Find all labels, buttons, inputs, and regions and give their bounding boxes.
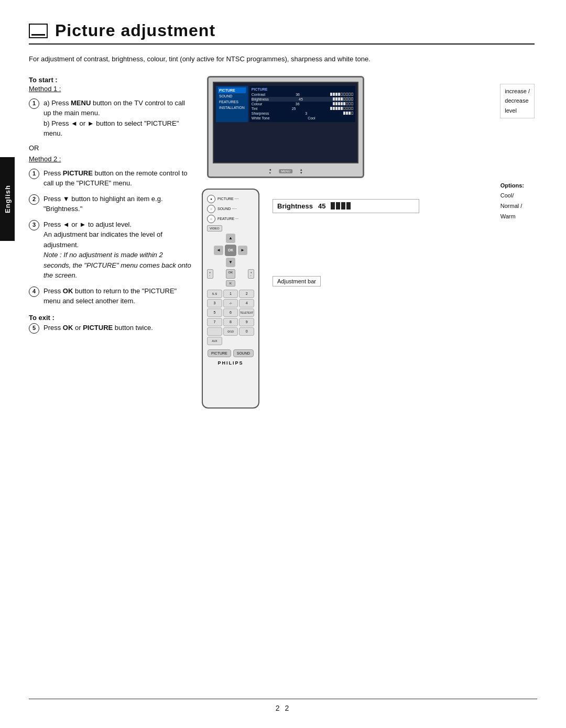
key-0[interactable]: 0: [239, 327, 254, 336]
menu-item-sound: SOUND: [218, 93, 246, 99]
side-tab-label: English: [4, 185, 12, 213]
setting-row-colour: Colour 36: [252, 102, 353, 106]
remote-video-area: VIDEO: [207, 225, 254, 231]
dpad-left[interactable]: ◄: [214, 246, 223, 255]
remote-brightness-area: ● PICTURE ···· ○ SOUND ····· ○ FEATURE ·…: [202, 189, 535, 409]
remote-ch-btn[interactable]: +-: [248, 269, 254, 279]
diagram-column: PICTURE SOUND FEATURES INSTALLATION PICT…: [202, 76, 535, 547]
step-circle-m2-1: 1: [29, 169, 39, 179]
step-5-text: Press OK or PICTURE button twice.: [43, 323, 191, 333]
remote-k-btn[interactable]: K: [226, 280, 235, 286]
page-header: Picture adjustment: [29, 21, 535, 45]
menu-settings: PICTURE Contrast 36: [249, 86, 355, 122]
remote-ok2-btn[interactable]: OK: [226, 269, 236, 279]
step1a-text: a) Press MENU button on the TV control t…: [43, 98, 191, 139]
remote-video-btn: VIDEO: [207, 225, 222, 231]
settings-header: PICTURE: [252, 87, 353, 91]
tv-shell: PICTURE SOUND FEATURES INSTALLATION PICT…: [207, 76, 364, 178]
key-7[interactable]: 7: [207, 318, 222, 326]
brightness-label: Brightness: [277, 202, 313, 210]
step-circle-5: 5: [29, 323, 39, 334]
method2-step1: 1 Press PICTURE button on the remote con…: [29, 168, 191, 189]
header-icon: [29, 24, 48, 38]
menu-item-installation: INSTALLATION: [218, 105, 246, 111]
remote-circle-features: ○: [207, 215, 215, 223]
tv-ctrl-left: ◄▼: [268, 168, 271, 174]
exit-step: 5 Press OK or PICTURE button twice.: [29, 323, 191, 334]
key-4[interactable]: 4: [239, 299, 254, 307]
step-circle-1a: 1: [29, 98, 39, 109]
remote-btn-picture[interactable]: PICTURE: [208, 349, 231, 357]
step-m2-1-text: Press PICTURE button on the remote contr…: [43, 168, 191, 189]
step-circle-m2-4: 4: [29, 286, 39, 297]
bottom-rule: [29, 699, 537, 699]
step-m2-4-text: Press OK button to return to the "PICTUR…: [43, 286, 191, 306]
key-extra[interactable]: [207, 327, 222, 336]
key-0left[interactable]: 0/10: [223, 327, 238, 336]
main-layout: To start : Method 1 : 1 a) Press MENU bu…: [29, 76, 535, 547]
remote-circle-sound: ○: [207, 205, 215, 213]
dpad-down[interactable]: ▼: [226, 258, 235, 267]
tv-screen: PICTURE SOUND FEATURES INSTALLATION PICT…: [213, 82, 358, 163]
remote-label-picture: PICTURE ····: [217, 197, 238, 201]
brightness-bar-box: Brightness 45: [273, 199, 419, 213]
method2-label: Method 2 :: [29, 155, 191, 163]
adjustment-bar-label: Adjustment bar: [273, 276, 321, 286]
tv-menu-btn: MENU: [279, 169, 292, 173]
remote-extra-row: +- OK +-: [207, 269, 254, 279]
method2-step4: 4 Press OK button to return to the "PICT…: [29, 286, 191, 306]
dpad-ok[interactable]: OK: [225, 245, 236, 256]
remote-item-features: ○ FEATURE ···: [207, 215, 254, 223]
key-smart[interactable]: S.S: [207, 290, 222, 298]
key-3[interactable]: 3: [207, 299, 222, 307]
remote-bottom-btns: PICTURE SOUND: [207, 349, 254, 357]
setting-row-whitetone: White Tone Cool: [252, 116, 353, 120]
tv-diagram-area: PICTURE SOUND FEATURES INSTALLATION PICT…: [202, 76, 535, 178]
method2-step3: 3 Press ◄ or ► to adjust level. An adjus…: [29, 219, 191, 281]
method2-step2: 2 Press ▼ button to highlight an item e.…: [29, 194, 191, 214]
key-8[interactable]: 8: [223, 318, 238, 326]
legend-box: increase / decrease level: [500, 84, 535, 118]
menu-item-picture: PICTURE: [218, 87, 246, 93]
setting-row-contrast: Contrast 36: [252, 92, 353, 97]
step-circle-m2-3: 3: [29, 220, 39, 230]
side-language-tab: English: [0, 157, 15, 241]
to-start-label: To start :: [29, 76, 191, 84]
key-1[interactable]: 1: [223, 290, 238, 298]
remote-label-features: FEATURE ···: [217, 217, 238, 220]
step-circle-m2-2: 2: [29, 194, 39, 205]
remote-label-sound: SOUND ·····: [217, 207, 237, 211]
remote-btn-sound[interactable]: SOUND: [233, 349, 254, 357]
remote-dpad: ▲ ▼ ◄ ► OK: [214, 234, 247, 267]
step-m2-2-text: Press ▼ button to highlight an item e.g.…: [43, 194, 191, 214]
key-2[interactable]: 2: [239, 290, 254, 298]
brightness-bars: [331, 202, 351, 209]
dpad-right[interactable]: ►: [238, 246, 247, 255]
brightness-value: 45: [318, 202, 325, 210]
page-number: 2 2: [276, 704, 290, 712]
philips-logo: PHILIPS: [207, 360, 254, 366]
dpad-up[interactable]: ▲: [226, 234, 235, 243]
remote-item-sound: ○ SOUND ·····: [207, 205, 254, 213]
remote-vol-btn[interactable]: +-: [207, 269, 213, 279]
brightness-display-area: Brightness 45 Adjustment bar: [273, 189, 535, 409]
menu-sidebar: PICTURE SOUND FEATURES INSTALLATION: [216, 86, 248, 122]
key-tele[interactable]: TELETEXT: [239, 308, 254, 317]
key-5[interactable]: 5: [207, 308, 222, 317]
key-6[interactable]: 6: [223, 308, 238, 317]
remote-k-row: K: [207, 280, 254, 286]
increase-label: increase /: [505, 86, 530, 96]
setting-row-sharpness: Sharpness 3: [252, 111, 353, 116]
remote-circle-picture: ●: [207, 195, 215, 203]
step-m2-3-text: Press ◄ or ► to adjust level. An adjustm…: [43, 219, 191, 281]
key-minus[interactable]: -/-: [223, 299, 238, 307]
remote-item-picture: ● PICTURE ····: [207, 195, 254, 203]
instructions-column: To start : Method 1 : 1 a) Press MENU bu…: [29, 76, 191, 547]
remote-control: ● PICTURE ···· ○ SOUND ····· ○ FEATURE ·…: [202, 189, 259, 409]
tv-ctrl-right: ▲▼: [300, 168, 303, 174]
key-9[interactable]: 9: [239, 318, 254, 326]
method1-step1: 1 a) Press MENU button on the TV control…: [29, 98, 191, 139]
page-title: Picture adjustment: [55, 21, 535, 40]
key-aux[interactable]: AUX: [207, 337, 222, 345]
tv-bottom-controls: ◄▼ MENU ▲▼: [268, 168, 303, 174]
